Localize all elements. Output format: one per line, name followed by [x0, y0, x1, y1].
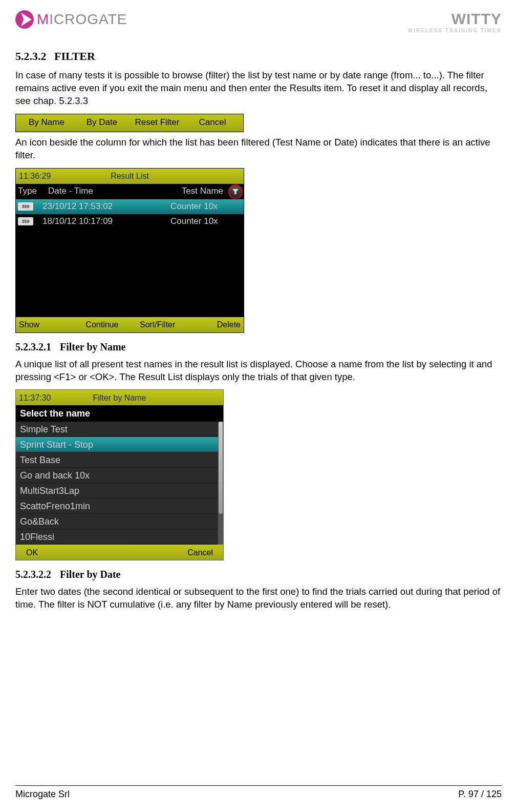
- list-item[interactable]: Sprint Start - Stop: [16, 437, 223, 452]
- footer-page-number: P. 97 / 125: [458, 789, 502, 800]
- softkey-cancel[interactable]: Cancel: [187, 547, 213, 558]
- subsection-num: 5.2.3.2.2: [15, 569, 51, 580]
- funnel-icon: [232, 188, 239, 195]
- section-heading-filter: 5.2.3.2 FILTER: [15, 49, 502, 64]
- list-item[interactable]: Go and back 10x: [16, 468, 223, 483]
- row-type-badge: 359: [18, 202, 33, 211]
- table-row[interactable]: 359 18/10/12 10:17:09 Counter 10x: [16, 214, 244, 229]
- softkey-delete[interactable]: Delete: [185, 319, 241, 330]
- brand-right: WITTY WIRELESS TRAINING TIMER: [408, 10, 502, 33]
- subsection-heading-filter-by-name: 5.2.3.2.1 Filter by Name: [15, 340, 502, 354]
- screenshot-result-list: 11:36:29 Result List Type Date - Time Te…: [15, 168, 244, 333]
- col-date-time: Date - Time: [46, 185, 138, 197]
- list-item[interactable]: ScattoFreno1min: [16, 498, 223, 514]
- row-testname: Counter 10x: [170, 216, 242, 227]
- screen-title: Filter by Name: [62, 392, 220, 404]
- section-num: 5.2.3.2: [15, 50, 47, 63]
- after-bar-text: An icon beside the column for which the …: [15, 136, 502, 162]
- brand-left: MICROGATE: [15, 10, 127, 29]
- subsection-body: Enter two dates (the second identical or…: [15, 586, 502, 611]
- softkey-continue[interactable]: Continue: [74, 319, 130, 330]
- list-item[interactable]: 10Flessi: [16, 529, 223, 545]
- row-datetime: 18/10/12 10:17:09: [42, 216, 170, 227]
- list-item[interactable]: Test Base: [16, 452, 223, 468]
- result-rows: 359 23/10/12 17:53:02 Counter 10x 359 18…: [16, 199, 244, 317]
- list-item[interactable]: Simple Test: [16, 422, 223, 437]
- microgate-arrow-icon: [15, 10, 34, 29]
- subsection-title: Filter by Date: [60, 569, 121, 580]
- list-item[interactable]: Go&Back: [16, 514, 223, 529]
- brand-left-text: MICROGATE: [37, 11, 127, 28]
- brand-left-initial: M: [37, 11, 49, 27]
- row-type-badge: 359: [18, 217, 33, 225]
- page-header: MICROGATE WITTY WIRELESS TRAINING TIMER: [15, 10, 502, 33]
- col-test-name: Test Name: [138, 185, 242, 197]
- subsection-num: 5.2.3.2.1: [15, 341, 51, 352]
- subsection-body: A unique list of all present test names …: [15, 358, 502, 384]
- select-name-prompt: Select the name: [16, 405, 223, 422]
- table-row[interactable]: 359 23/10/12 17:53:02 Counter 10x: [16, 199, 244, 214]
- page-footer: Microgate Srl P. 97 / 125: [15, 785, 502, 800]
- filter-by-name-button[interactable]: By Name: [19, 117, 74, 129]
- filter-cancel-button[interactable]: Cancel: [185, 117, 240, 129]
- softkey-sort[interactable]: Sort/Filter: [130, 319, 185, 330]
- softkey-show[interactable]: Show: [19, 319, 74, 330]
- filter-reset-button[interactable]: Reset Filter: [130, 117, 185, 129]
- scrollbar[interactable]: [218, 422, 223, 545]
- column-header-row: Type Date - Time Test Name: [16, 184, 244, 199]
- section-title: FILTER: [54, 50, 95, 63]
- name-list: Simple Test Sprint Start - Stop Test Bas…: [16, 422, 223, 545]
- subsection-heading-filter-by-date: 5.2.3.2.2 Filter by Date: [15, 568, 502, 581]
- brand-right-text: WITTY: [408, 10, 502, 28]
- device-clock: 11:37:30: [19, 392, 62, 404]
- brand-tagline: WIRELESS TRAINING TIMER: [408, 28, 502, 33]
- row-testname: Counter 10x: [170, 201, 242, 213]
- subsection-title: Filter by Name: [60, 341, 126, 352]
- device-clock: 11:36:29: [19, 171, 62, 182]
- screenshot-filter-bar: By Name By Date Reset Filter Cancel: [15, 114, 244, 132]
- brand-left-rest: ICROGATE: [49, 11, 127, 27]
- screenshot-filter-by-name: 11:37:30 Filter by Name Select the name …: [15, 389, 224, 560]
- softkey-ok[interactable]: OK: [26, 547, 38, 558]
- screen-title: Result List: [62, 171, 241, 182]
- row-datetime: 23/10/12 17:53:02: [42, 201, 170, 213]
- filter-by-date-button[interactable]: By Date: [74, 117, 130, 129]
- list-item[interactable]: MultiStart3Lap: [16, 483, 223, 498]
- section-body: In case of many tests it is possible to …: [15, 69, 502, 108]
- col-type: Type: [18, 185, 46, 197]
- footer-company: Microgate Srl: [15, 789, 70, 800]
- filter-active-indicator: [228, 184, 243, 199]
